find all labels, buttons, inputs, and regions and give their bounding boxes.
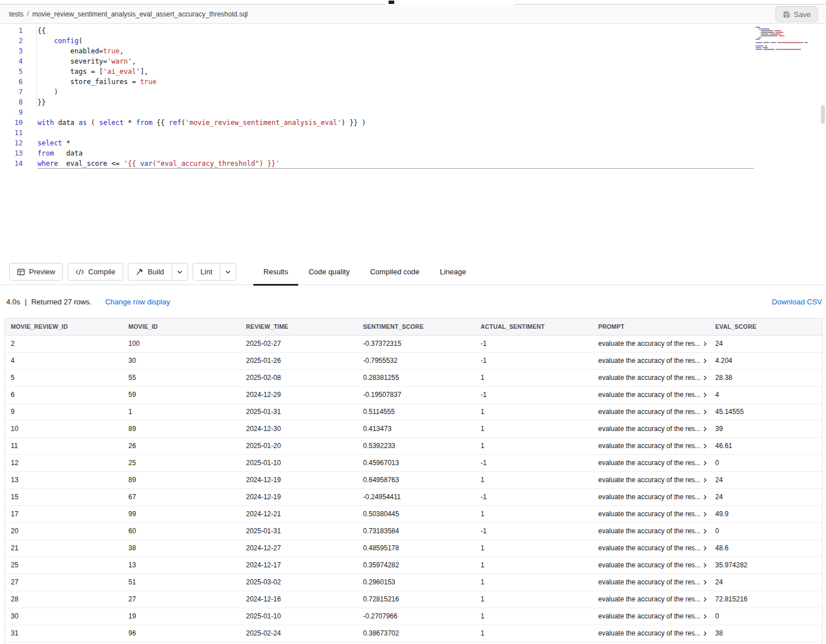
line-number: 8: [0, 97, 23, 107]
chevron-right-icon[interactable]: [703, 358, 707, 363]
code-line[interactable]: where eval_score <= '{{ var("eval_accura…: [37, 158, 754, 169]
cell-actual-sentiment: 1: [475, 608, 593, 625]
code-line[interactable]: with data as ( select * from {{ ref('mov…: [37, 118, 754, 128]
cell-eval-score: 24: [710, 488, 823, 505]
cell-actual-sentiment: 1: [475, 625, 593, 642]
minimap[interactable]: [756, 27, 821, 51]
column-header[interactable]: MOVIE_REVIEW_ID: [5, 319, 123, 335]
save-button[interactable]: Save: [775, 6, 818, 22]
chevron-right-icon[interactable]: [703, 461, 707, 466]
cell-sentiment-score: 0.28381255: [357, 369, 475, 386]
prompt-preview: evaluate the accuracy of the res...: [598, 408, 700, 416]
code-lines[interactable]: {{ config( enabled=true, severity='warn'…: [37, 26, 754, 169]
cell-prompt: evaluate the accuracy of the res...: [593, 522, 710, 540]
breadcrumb: tests / movie_review_sentiment_analysis_…: [9, 10, 248, 18]
table-row: 27 51 2025-03-02 0.2960153 1 evaluate th…: [5, 574, 823, 591]
prompt-preview: evaluate the accuracy of the res...: [598, 544, 700, 552]
column-header[interactable]: ACTUAL_SENTIMENT: [475, 319, 593, 335]
chevron-right-icon[interactable]: [703, 631, 707, 636]
lint-button[interactable]: Lint: [193, 263, 220, 281]
cell-eval-score: 38: [710, 625, 823, 642]
column-header[interactable]: REVIEW_TIME: [240, 319, 357, 335]
cell-sentiment-score: 0.48595178: [357, 540, 475, 557]
chevron-right-icon[interactable]: [703, 512, 707, 517]
cell-prompt: evaluate the accuracy of the res...: [593, 591, 710, 608]
cell-movie-review-id: 15: [5, 488, 123, 505]
compile-button[interactable]: Compile: [68, 263, 123, 281]
cell-actual-sentiment: 1: [475, 505, 593, 522]
table-row: 10 89 2024-12-30 0.413473 1 evaluate the…: [5, 420, 823, 437]
prompt-preview: evaluate the accuracy of the res...: [598, 391, 700, 399]
gutter[interactable]: 1234567891011121314: [0, 26, 23, 169]
download-csv-link[interactable]: Download CSV: [772, 298, 822, 306]
cell-movie-id: 67: [123, 488, 240, 505]
column-header[interactable]: SENTIMENT_SCORE: [357, 319, 475, 335]
code-line[interactable]: select *: [37, 138, 754, 148]
code-line[interactable]: [37, 107, 754, 118]
tab-compiled-code[interactable]: Compiled code: [360, 259, 429, 285]
cell-actual-sentiment: 1: [475, 557, 593, 574]
code-line[interactable]: store_failures = true: [37, 77, 754, 87]
prompt-preview: evaluate the accuracy of the res...: [598, 459, 700, 467]
preview-button[interactable]: Preview: [9, 263, 63, 281]
chevron-right-icon[interactable]: [703, 546, 707, 551]
file-tab-icon[interactable]: [389, 1, 394, 4]
code-line[interactable]: }}: [37, 97, 754, 107]
cell-movie-review-id: 17: [5, 505, 123, 522]
build-button[interactable]: Build: [128, 263, 172, 281]
cell-sentiment-score: -0.24954411: [357, 488, 475, 505]
code-line[interactable]: enabled=true,: [37, 46, 754, 56]
breadcrumb-root[interactable]: tests: [9, 10, 23, 18]
results-table: MOVIE_REVIEW_IDMOVIE_IDREVIEW_TIMESENTIM…: [5, 318, 823, 644]
change-row-display-link[interactable]: Change row display: [105, 298, 170, 306]
cell-movie-id: 26: [123, 437, 240, 454]
chevron-right-icon[interactable]: [703, 529, 707, 534]
chevron-right-icon[interactable]: [703, 444, 707, 449]
chevron-right-icon[interactable]: [703, 392, 707, 398]
code-line[interactable]: tags = ['ai_eval'],: [37, 66, 754, 77]
save-icon: [783, 11, 790, 18]
tab-lineage-label: Lineage: [440, 267, 466, 276]
table-row: 25 13 2024-12-17 0.35974282 1 evaluate t…: [5, 557, 823, 574]
code-line[interactable]: ): [37, 87, 754, 97]
build-dropdown-button[interactable]: [172, 263, 188, 281]
tab-lineage[interactable]: Lineage: [429, 259, 476, 285]
chevron-right-icon[interactable]: [703, 580, 707, 585]
code-line[interactable]: severity='warn',: [37, 56, 754, 66]
cell-actual-sentiment: 1: [475, 437, 593, 454]
chevron-right-icon[interactable]: [703, 614, 707, 619]
line-number: 1: [0, 26, 23, 36]
cell-sentiment-score: 0.72815216: [357, 591, 475, 608]
chevron-right-icon[interactable]: [703, 597, 707, 602]
cell-eval-score: 24: [710, 574, 823, 591]
cell-review-time: 2025-02-27: [240, 335, 357, 352]
code-line[interactable]: [37, 128, 754, 138]
code-line[interactable]: {{: [37, 26, 754, 36]
cell-movie-id: 38: [123, 540, 240, 557]
column-header[interactable]: PROMPT: [593, 319, 710, 335]
chevron-right-icon[interactable]: [703, 495, 707, 500]
cell-review-time: 2025-01-20: [240, 437, 357, 454]
chevron-right-icon[interactable]: [703, 478, 707, 483]
tab-results[interactable]: Results: [253, 259, 298, 285]
chevron-right-icon[interactable]: [703, 409, 707, 415]
tab-code-quality[interactable]: Code quality: [298, 259, 360, 285]
chevron-right-icon[interactable]: [703, 426, 707, 432]
table-row: 13 89 2024-12-19 0.64958763 1 evaluate t…: [5, 471, 823, 488]
chevron-right-icon[interactable]: [703, 563, 707, 568]
preview-button-label: Preview: [29, 267, 55, 276]
chevron-right-icon[interactable]: [703, 375, 707, 380]
cell-movie-id: 59: [123, 386, 240, 403]
code-line[interactable]: from data: [37, 148, 754, 158]
cell-prompt: evaluate the accuracy of the res...: [593, 386, 710, 403]
code-line[interactable]: config(: [37, 36, 754, 46]
column-header[interactable]: EVAL_SCORE: [710, 319, 823, 335]
editor-scrollbar[interactable]: [821, 105, 825, 124]
code-editor[interactable]: 1234567891011121314 {{ config( enabled=t…: [0, 24, 826, 259]
column-header[interactable]: MOVIE_ID: [123, 319, 240, 335]
cell-review-time: 2024-12-19: [240, 488, 357, 505]
prompt-preview: evaluate the accuracy of the res...: [598, 595, 700, 603]
cell-movie-review-id: 4: [5, 352, 123, 369]
lint-dropdown-button[interactable]: [220, 263, 236, 281]
chevron-right-icon[interactable]: [703, 341, 707, 346]
